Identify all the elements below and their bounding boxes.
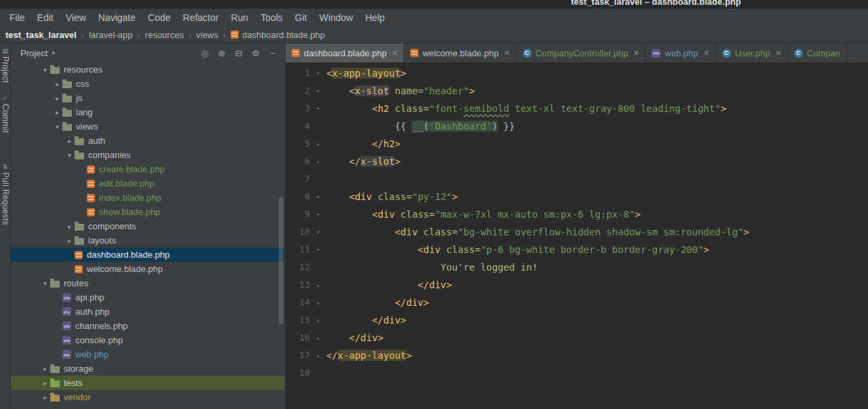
chevron-down-icon[interactable]: ▾ <box>40 280 50 287</box>
code-line-17[interactable]: 17▴</x-app-layout> <box>285 347 868 364</box>
chevron-right-icon[interactable]: ▸ <box>64 138 75 144</box>
code-line-5[interactable]: 5▴ </h2> <box>285 135 868 153</box>
close-icon[interactable]: × <box>704 47 709 58</box>
menu-item-edit[interactable]: Edit <box>31 9 60 26</box>
tree-item-storage[interactable]: ▸storage <box>11 362 285 376</box>
tree-item-web-php[interactable]: web.php <box>11 347 285 362</box>
chevron-down-icon[interactable]: ▾ <box>52 123 62 130</box>
menu-item-window[interactable]: Window <box>313 9 359 26</box>
breadcrumb-item-laravel-app[interactable]: laravel-app <box>87 30 134 40</box>
code-line-13[interactable]: 13▴ </div> <box>285 276 868 294</box>
breadcrumb-item-test-task-laravel[interactable]: test_task_laravel <box>4 30 78 40</box>
tree-item-vendor[interactable]: ▸vendor <box>11 390 285 404</box>
code-line-1[interactable]: 1▾<x-app-layout> <box>285 64 868 82</box>
tab-web-php[interactable]: web.php× <box>646 43 715 62</box>
menu-item-navigate[interactable]: Navigate <box>92 9 142 26</box>
menu-item-run[interactable]: Run <box>224 9 254 26</box>
scrollbar-thumb[interactable] <box>279 197 283 324</box>
close-icon[interactable]: × <box>504 47 509 58</box>
close-icon[interactable]: × <box>776 47 781 58</box>
fold-start-icon[interactable]: ▾ <box>310 64 326 82</box>
menu-item-file[interactable]: File <box>3 9 31 26</box>
collapse-all-icon[interactable]: ⊟ <box>233 48 244 58</box>
tree-item-edit-blade-php[interactable]: edit.blade.php <box>11 176 285 191</box>
fold-start-icon[interactable]: ▾ <box>310 100 326 117</box>
tree-item-index-blade-php[interactable]: index.blade.php <box>11 191 285 205</box>
tree-item-create-blade-php[interactable]: create.blade.php <box>11 162 285 176</box>
code-line-7[interactable]: 7 <box>285 170 868 188</box>
close-icon[interactable]: × <box>633 47 639 58</box>
fold-start-icon[interactable]: ▾ <box>310 223 326 241</box>
code-line-3[interactable]: 3▾ <h2 class="font-semibold text-xl text… <box>285 100 868 117</box>
chevron-down-icon[interactable]: ▾ <box>52 50 55 56</box>
code-line-9[interactable]: 9▾ <div class="max-w-7xl mx-auto sm:px-6… <box>285 206 868 223</box>
chevron-right-icon[interactable]: ▸ <box>64 237 75 244</box>
project-panel-title[interactable]: Project <box>20 48 47 58</box>
chevron-right-icon[interactable]: ▸ <box>52 95 62 102</box>
chevron-right-icon[interactable]: ▸ <box>52 81 62 87</box>
tree-item-resources[interactable]: ▾resources <box>11 62 285 77</box>
chevron-right-icon[interactable]: ▸ <box>40 380 50 387</box>
chevron-right-icon[interactable]: ▸ <box>40 366 50 372</box>
code-line-8[interactable]: 8▾ <div class="py-12"> <box>285 188 868 206</box>
chevron-down-icon[interactable]: ▾ <box>40 66 50 73</box>
fold-end-icon[interactable]: ▴ <box>310 329 326 347</box>
scroll-from-source-icon[interactable]: ⊕ <box>216 48 227 58</box>
fold-end-icon[interactable]: ▴ <box>310 347 326 364</box>
code-line-11[interactable]: 11▾ <div class="p-6 bg-white border-b bo… <box>285 241 868 258</box>
tree-item-components[interactable]: ▸components <box>11 219 285 233</box>
breadcrumb-item-views[interactable]: views <box>195 30 220 40</box>
tab-user-php[interactable]: User.php× <box>716 43 788 62</box>
tree-item-views[interactable]: ▾views <box>11 119 285 134</box>
code-line-18[interactable]: 18 <box>285 364 868 382</box>
tree-item-lang[interactable]: ▸lang <box>11 105 285 119</box>
menu-item-refactor[interactable]: Refactor <box>177 9 225 26</box>
fold-end-icon[interactable]: ▴ <box>310 311 326 329</box>
tab-companycontroller-php[interactable]: CompanyController.php× <box>517 43 646 62</box>
tree-item-layouts[interactable]: ▸layouts <box>11 233 285 248</box>
code-line-2[interactable]: 2▾ <x-slot name="header"> <box>285 82 868 100</box>
fold-end-icon[interactable]: ▴ <box>310 276 326 294</box>
code-line-6[interactable]: 6▴ </x-slot> <box>285 153 868 170</box>
fold-start-icon[interactable]: ▾ <box>310 188 326 206</box>
tool-stripe-pull-requests[interactable]: ⇅Pull Requests <box>1 163 10 225</box>
tree-item-companies[interactable]: ▾companies <box>11 148 285 162</box>
code-line-10[interactable]: 10▾ <div class="bg-white overflow-hidden… <box>285 223 868 241</box>
tab-dashboard-blade-php[interactable]: dashboard.blade.php× <box>285 43 404 62</box>
tree-item-show-blade-php[interactable]: show.blade.php <box>11 205 285 219</box>
tree-item-api-php[interactable]: api.php <box>11 290 285 305</box>
fold-end-icon[interactable]: ▴ <box>310 153 326 170</box>
tree-item-css[interactable]: ▸css <box>11 77 285 91</box>
menu-item-help[interactable]: Help <box>359 9 391 26</box>
code-editor[interactable]: 1▾<x-app-layout>2▾ <x-slot name="header"… <box>285 62 868 409</box>
settings-icon[interactable]: ⚙ <box>250 48 261 58</box>
tree-item-auth[interactable]: ▸auth <box>11 134 285 148</box>
close-icon[interactable]: × <box>392 47 397 58</box>
menu-item-tools[interactable]: Tools <box>254 9 289 26</box>
fold-end-icon[interactable]: ▴ <box>310 135 326 153</box>
tree-item-js[interactable]: ▸js <box>11 91 285 105</box>
tree-item-tests[interactable]: ▸tests <box>11 376 285 390</box>
code-line-12[interactable]: 12 You're logged in! <box>285 258 868 276</box>
chevron-right-icon[interactable]: ▸ <box>64 223 75 230</box>
code-line-15[interactable]: 15▴ </div> <box>285 311 868 329</box>
menu-item-git[interactable]: Git <box>289 9 313 26</box>
chevron-right-icon[interactable]: ▸ <box>40 394 50 401</box>
tool-stripe-project[interactable]: ▤Project <box>1 47 10 83</box>
fold-start-icon[interactable]: ▾ <box>310 241 326 258</box>
tree-item-routes[interactable]: ▾routes <box>11 276 285 290</box>
breadcrumb-item-resources[interactable]: resources <box>144 30 185 40</box>
hide-panel-icon[interactable]: − <box>267 48 278 58</box>
code-line-16[interactable]: 16▴ </div> <box>285 329 868 347</box>
fold-start-icon[interactable]: ▾ <box>310 206 326 223</box>
tool-stripe-commit[interactable]: ✓Commit <box>1 95 10 133</box>
select-opened-file-icon[interactable]: ◎ <box>199 48 210 58</box>
breadcrumb-item-dashboard-blade-php[interactable]: dashboard.blade.php <box>229 30 326 40</box>
fold-start-icon[interactable]: ▾ <box>310 82 326 100</box>
menu-item-code[interactable]: Code <box>142 9 176 26</box>
tree-item-dashboard-blade-php[interactable]: dashboard.blade.php <box>11 248 285 262</box>
tree-item-channels-php[interactable]: channels.php <box>11 319 285 333</box>
chevron-right-icon[interactable]: ▸ <box>52 109 62 116</box>
tree-item-console-php[interactable]: console.php <box>11 333 285 347</box>
code-line-4[interactable]: 4 {{ __('Dashboard') }} <box>285 117 868 135</box>
